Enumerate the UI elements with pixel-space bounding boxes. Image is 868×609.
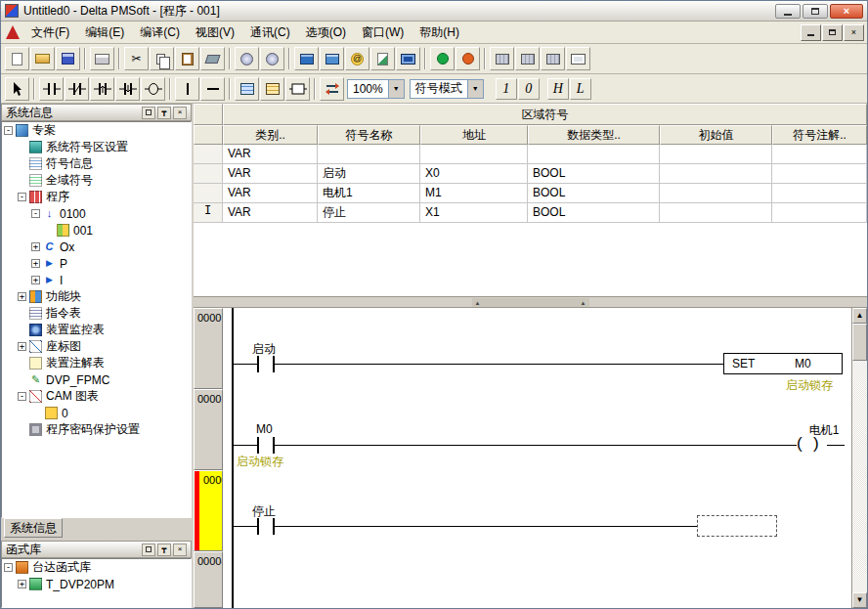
system-memory-button[interactable] [541, 47, 565, 70]
cell-comment[interactable] [772, 164, 867, 184]
close-button[interactable]: × [830, 4, 863, 19]
tree-item-device-comment-table[interactable]: 装置注解表 [2, 355, 191, 371]
cell-name[interactable]: 启动 [318, 164, 420, 184]
system-info-tab[interactable]: 系统信息 [4, 518, 63, 538]
contact-bar[interactable] [257, 437, 259, 454]
copy-button[interactable] [150, 47, 174, 70]
ladder-network-2[interactable]: M0 启动锁存 ( ) 电机1 [223, 389, 851, 470]
float-panel-button[interactable] [142, 544, 155, 556]
output-coil-button[interactable] [141, 77, 165, 101]
expander-icon[interactable]: - [4, 563, 13, 572]
online-monitor-button[interactable] [396, 47, 420, 70]
state-low-button[interactable]: L [570, 78, 591, 100]
dropdown-arrow-icon[interactable]: ▼ [467, 80, 483, 98]
network-table-button[interactable] [235, 77, 259, 101]
cell-comment[interactable] [772, 145, 867, 164]
network-number[interactable]: 00001 [194, 308, 223, 389]
minimize-button[interactable] [775, 4, 801, 19]
set-instruction-box[interactable]: SET M0 [723, 353, 843, 374]
force-off-button[interactable]: 0 [518, 78, 540, 100]
mdi-close-button[interactable]: × [844, 24, 864, 41]
tree-item-coordinate-chart[interactable]: +座标图 [2, 338, 191, 355]
mdi-restore-button[interactable] [822, 24, 843, 41]
ladder-network-4[interactable] [223, 551, 851, 608]
coil-label[interactable]: 电机1 [790, 422, 851, 439]
tree-item-ox[interactable]: +COx [2, 239, 191, 255]
menu-options[interactable]: 选项(O) [298, 22, 354, 44]
pin-panel-button[interactable]: ┳ [157, 544, 171, 556]
format-brush-button[interactable] [200, 47, 225, 70]
expander-icon[interactable]: - [18, 392, 26, 401]
vertical-scrollbar[interactable]: ▲ ▼ [851, 308, 867, 608]
download-to-plc-button[interactable] [294, 47, 319, 70]
open-button[interactable] [30, 47, 55, 70]
row-indicator[interactable]: I [194, 203, 223, 223]
maximize-button[interactable] [803, 4, 828, 19]
tree-item-pou-0100[interactable]: -↓0100 [2, 205, 191, 222]
tree-item-cam-chart[interactable]: -CAM 图表 [2, 388, 191, 405]
stop-plc-button[interactable] [456, 47, 480, 70]
tree-item-symbol-info[interactable]: 符号信息 [2, 155, 191, 172]
tree-item-program[interactable]: -程序 [2, 189, 191, 205]
scroll-up-button[interactable]: ▲ [852, 308, 867, 324]
mdi-minimize-button[interactable] [801, 24, 821, 41]
run-plc-button[interactable] [430, 47, 455, 70]
redo-button[interactable] [260, 47, 284, 70]
contact-falling-button[interactable] [115, 77, 140, 101]
cell-datatype[interactable]: BOOL [528, 164, 660, 184]
cell-datatype[interactable]: BOOL [528, 203, 660, 223]
cell-initial[interactable] [660, 145, 772, 164]
window-view-button[interactable] [566, 47, 590, 70]
selection-cursor-box[interactable] [697, 515, 777, 537]
memory-read-button[interactable] [490, 47, 514, 70]
cell-class[interactable]: VAR [223, 203, 318, 223]
menu-view[interactable]: 视图(V) [188, 22, 242, 44]
upload-from-plc-button[interactable] [320, 47, 344, 70]
tree-item-network-001[interactable]: 001 [2, 222, 191, 239]
tree-item-t-dvp20pm[interactable]: +T_DVP20PM [2, 576, 191, 592]
cell-comment[interactable] [772, 184, 867, 203]
contact-nc-button[interactable] [65, 77, 89, 101]
memory-write-button[interactable] [515, 47, 540, 70]
cut-button[interactable]: ✂ [124, 47, 149, 70]
expander-icon[interactable]: + [18, 292, 26, 301]
menu-communication[interactable]: 通讯(C) [242, 22, 298, 44]
paste-button[interactable] [175, 47, 199, 70]
cell-datatype[interactable]: BOOL [528, 184, 660, 203]
expander-icon[interactable]: + [18, 580, 26, 588]
column-header-initial[interactable]: 初始值 [660, 125, 772, 145]
tree-item-instruction-list[interactable]: 指令表 [2, 305, 191, 322]
menu-file[interactable]: 文件(F) [23, 22, 77, 44]
close-panel-button[interactable]: × [173, 107, 187, 119]
save-button[interactable] [56, 47, 80, 70]
network-number[interactable]: 00004 [194, 551, 223, 608]
print-button[interactable] [90, 47, 114, 70]
column-header-comment[interactable]: 符号注解.. [772, 125, 867, 145]
tree-item-project[interactable]: -专案 [2, 122, 191, 139]
cell-class[interactable]: VAR [223, 145, 318, 164]
tree-item-cam-0[interactable]: 0 [2, 405, 191, 421]
communication-setting-button[interactable]: @ [345, 47, 369, 70]
close-panel-button[interactable]: × [173, 544, 187, 556]
new-button[interactable] [5, 47, 29, 70]
zoom-combobox[interactable]: 100% ▼ [347, 79, 405, 99]
tree-item-dvp-fpmc[interactable]: ✎DVP_FPMC [2, 371, 191, 388]
cell-class[interactable]: VAR [223, 184, 318, 203]
ladder-network-3[interactable]: 停止 [223, 470, 851, 551]
splitter-handle[interactable]: ▲▲ [472, 298, 589, 307]
ladder-network-1[interactable]: 启动 SET M0 启动锁存 [223, 308, 851, 389]
tree-item-delta-library[interactable]: -台达函式库 [2, 559, 191, 576]
pin-panel-button[interactable]: ┳ [157, 107, 171, 119]
ladder-canvas[interactable]: 启动 SET M0 启动锁存 M0 启动锁存 ( ) [223, 308, 851, 608]
cell-name[interactable] [318, 145, 420, 164]
undo-button[interactable] [235, 47, 259, 70]
column-header-name[interactable]: 符号名称 [318, 125, 420, 145]
column-header-class[interactable]: 类别.. [223, 125, 318, 145]
library-panel-header[interactable]: 函式库 ┳ × [1, 541, 192, 558]
menu-edit[interactable]: 编辑(E) [77, 22, 132, 44]
cell-initial[interactable] [660, 184, 772, 203]
horizontal-line-button[interactable] [200, 77, 225, 101]
expander-icon[interactable]: - [18, 193, 26, 201]
contact-no-button[interactable] [39, 77, 64, 101]
contact-bar[interactable] [273, 437, 275, 454]
